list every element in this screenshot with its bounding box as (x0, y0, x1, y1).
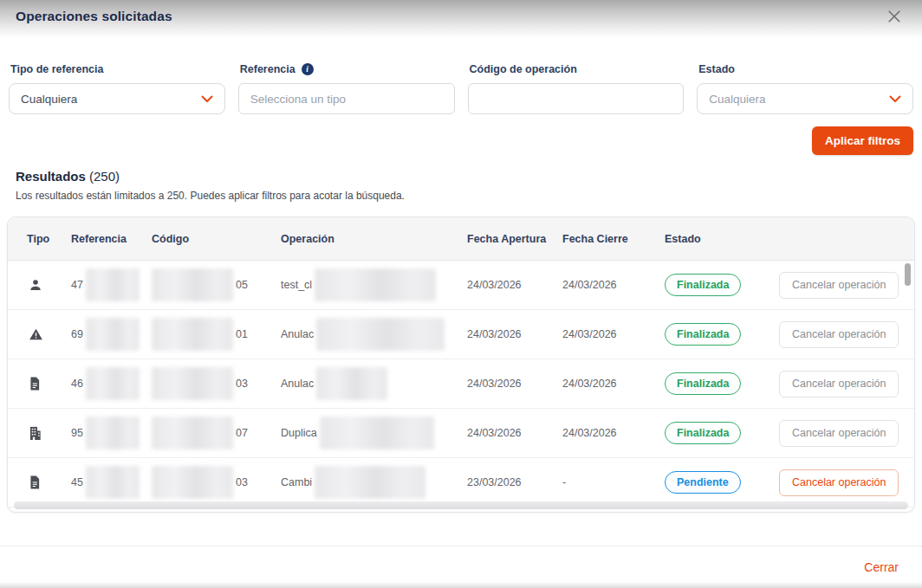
redacted-operacion (315, 466, 425, 499)
referencia-prefix: 45 (71, 476, 83, 488)
fecha-cierre: 24/03/2026 (555, 427, 658, 439)
referencia-input[interactable] (238, 83, 455, 114)
col-header-codigo: Código (145, 233, 274, 245)
codigo-suffix: 03 (236, 378, 248, 390)
status-badge: Finalizada (665, 422, 741, 444)
vertical-scrollbar[interactable] (905, 263, 911, 286)
table-header-row: Tipo Referencia Código Operación Fecha A… (8, 217, 914, 261)
referencia-prefix: 47 (71, 279, 83, 291)
status-badge: Finalizada (665, 274, 741, 296)
col-header-tipo: Tipo (20, 233, 64, 245)
col-header-fecha-apertura: Fecha Apertura (460, 233, 555, 245)
redacted-referencia (86, 318, 140, 351)
referencia-label: Referencia i (240, 62, 455, 76)
chevron-down-icon (889, 95, 901, 103)
table-row: 45 03 Cambi 23/03/2026 - Pendiente Cance… (8, 458, 914, 507)
fecha-cierre: 24/03/2026 (555, 279, 658, 291)
horizontal-scrollbar[interactable] (14, 501, 908, 509)
filter-estado: Estado Cualquiera (697, 62, 913, 114)
cancel-operation-button[interactable]: Cancelar operación (779, 371, 899, 397)
document-icon (29, 475, 41, 489)
modal-footer: Cerrar (0, 546, 922, 588)
operacion-prefix: Duplica (281, 427, 317, 439)
codigo-suffix: 05 (236, 279, 248, 291)
estado-label: Estado (698, 62, 913, 76)
estado-value: Cualquiera (709, 93, 765, 106)
fecha-apertura: 24/03/2026 (460, 279, 555, 291)
redacted-operacion (316, 367, 387, 400)
close-icon[interactable] (882, 4, 906, 29)
close-link[interactable]: Cerrar (864, 560, 899, 574)
col-header-fecha-cierre: Fecha Cierre (555, 233, 658, 245)
redacted-codigo (152, 318, 233, 351)
redacted-codigo (152, 417, 233, 449)
estado-select[interactable]: Cualquiera (697, 83, 913, 114)
filter-tipo-referencia: Tipo de referencia Cualquiera (9, 62, 225, 114)
referencia-prefix: 69 (71, 328, 83, 340)
cancel-operation-button[interactable]: Cancelar operación (779, 272, 899, 299)
redacted-referencia (86, 417, 140, 449)
fecha-cierre: 24/03/2026 (555, 378, 658, 390)
redacted-codigo (152, 367, 233, 400)
operacion-prefix: Anulac (281, 378, 314, 390)
fecha-cierre: - (555, 476, 658, 488)
table-row: 95 07 Duplica 24/03/2026 24/03/2026 Fina… (8, 409, 914, 458)
referencia-prefix: 46 (71, 378, 83, 390)
cancel-operation-button[interactable]: Cancelar operación (779, 469, 899, 496)
table-row: 46 03 Anulac 24/03/2026 24/03/2026 Final… (8, 359, 914, 409)
fecha-apertura: 24/03/2026 (460, 427, 555, 439)
col-header-referencia: Referencia (64, 233, 145, 245)
codigo-suffix: 01 (236, 328, 248, 340)
apply-filters-button[interactable]: Aplicar filtros (812, 126, 913, 155)
status-badge: Pendiente (665, 471, 741, 494)
tipo-referencia-select[interactable]: Cualquiera (9, 83, 225, 114)
chevron-down-icon (201, 95, 213, 103)
results-count: (250) (89, 169, 120, 184)
redacted-referencia (86, 367, 140, 400)
document-icon (29, 377, 41, 391)
table-row: 69 01 Anulac 24/03/2026 24/03/2026 Final… (8, 310, 914, 359)
operacion-prefix: test_cl (281, 279, 312, 291)
col-header-estado: Estado (658, 233, 772, 245)
info-icon[interactable]: i (302, 63, 314, 75)
warning-icon (29, 327, 43, 341)
codigo-operacion-input[interactable] (468, 83, 685, 114)
referencia-label-text: Referencia (240, 63, 295, 75)
filters-bar: Tipo de referencia Cualquiera Referencia… (0, 62, 922, 114)
redacted-codigo (152, 268, 233, 301)
page-title: Operaciones solicitadas (16, 9, 172, 29)
codigo-suffix: 03 (236, 476, 248, 488)
filter-referencia: Referencia i (238, 62, 455, 114)
tipo-referencia-label: Tipo de referencia (10, 62, 225, 76)
redacted-referencia (86, 268, 140, 301)
fecha-apertura: 23/03/2026 (460, 476, 555, 488)
operacion-prefix: Cambi (281, 476, 312, 488)
modal-header: Operaciones solicitadas (0, 0, 922, 38)
status-badge: Finalizada (665, 372, 741, 395)
redacted-operacion (316, 318, 445, 351)
redacted-operacion (320, 417, 434, 449)
status-badge: Finalizada (665, 323, 741, 346)
fecha-cierre: 24/03/2026 (555, 328, 658, 340)
codigo-operacion-label: Código de operación (470, 62, 685, 76)
fecha-apertura: 24/03/2026 (460, 378, 555, 390)
filter-codigo-operacion: Código de operación (468, 62, 685, 114)
redacted-codigo (152, 466, 233, 499)
table-row: 47 05 test_cl 24/03/2026 24/03/2026 Fina… (8, 261, 914, 310)
redacted-operacion (315, 268, 436, 301)
building-icon (29, 426, 42, 440)
tipo-referencia-value: Cualquiera (21, 93, 77, 106)
results-title: Resultados (250) (16, 169, 906, 184)
redacted-referencia (86, 466, 140, 499)
results-note: Los resultados están limitados a 250. Pu… (16, 190, 906, 203)
person-icon (29, 278, 42, 292)
results-title-text: Resultados (16, 169, 86, 184)
fecha-apertura: 24/03/2026 (460, 328, 555, 340)
cancel-operation-button[interactable]: Cancelar operación (779, 321, 899, 348)
codigo-suffix: 07 (236, 427, 248, 439)
operacion-prefix: Anulac (281, 328, 314, 340)
col-header-operacion: Operación (274, 233, 460, 245)
results-table: Tipo Referencia Código Operación Fecha A… (7, 216, 915, 513)
cancel-operation-button[interactable]: Cancelar operación (779, 420, 899, 447)
referencia-prefix: 95 (71, 427, 83, 439)
